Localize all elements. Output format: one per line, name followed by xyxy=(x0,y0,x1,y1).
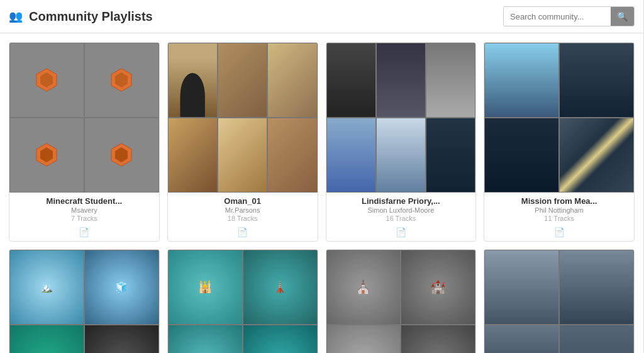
thumb-cell xyxy=(9,118,84,193)
card-author: Simon Luxford-Moore xyxy=(331,206,471,214)
thumb-cell xyxy=(559,118,634,193)
thumb-cell xyxy=(267,43,317,118)
thumb-cell xyxy=(559,325,634,353)
playlist-grid: Minecraft Student... Msavery 7 Tracks 📄 xyxy=(0,33,643,353)
thumb-cell xyxy=(84,43,159,118)
thumb-cell xyxy=(484,43,559,118)
thumb-gothic: 🕌 🗼 🕌 🏛️ xyxy=(168,250,318,353)
hex-icon xyxy=(35,142,58,167)
thumb-cell xyxy=(484,118,559,193)
thumb-cell xyxy=(84,118,159,193)
thumb-cell: 🎬 xyxy=(9,325,84,353)
thumb-year4: 🏔️ 🧊 🎬 🔭 xyxy=(9,250,159,353)
card-title: Lindisfarne Priory,... xyxy=(331,196,471,206)
card-title: Mission from Mea... xyxy=(489,196,629,206)
card-oman[interactable]: Oman_01 Mr.Parsons 18 Tracks 📄 xyxy=(167,42,318,242)
card-tracks: 7 Tracks xyxy=(14,215,154,222)
card-tracks: 16 Tracks xyxy=(331,215,471,222)
community-icon: 👥 xyxy=(9,9,23,23)
thumb-cell xyxy=(218,43,267,118)
search-button[interactable]: 🔍 xyxy=(611,7,634,26)
thumb-mission xyxy=(484,43,634,193)
card-year4[interactable]: 🏔️ 🧊 🎬 🔭 Year 4 Christmas xyxy=(9,249,160,353)
page-title: Community Playlists xyxy=(29,9,503,24)
card-title: Oman_01 xyxy=(173,196,313,206)
thumb-cell xyxy=(326,118,376,193)
card-author: Msavery xyxy=(14,206,154,214)
card-title: Minecraft Student... xyxy=(14,196,154,206)
thumb-cathedral: ⛪ 🏰 xyxy=(326,250,476,353)
card-info: Lindisfarne Priory,... Simon Luxford-Moo… xyxy=(326,193,476,225)
thumb-cell xyxy=(376,118,426,193)
thumb-cell xyxy=(218,118,267,193)
thumb-cell xyxy=(559,43,634,118)
thumb-cell: 🏛️ xyxy=(243,325,318,353)
thumb-cell xyxy=(168,118,218,193)
thumb-cell: 🏔️ xyxy=(9,250,84,325)
card-author: Mr.Parsons xyxy=(173,206,313,214)
thumb-cell xyxy=(168,43,218,118)
thumb-oman xyxy=(168,43,318,193)
thumb-cell xyxy=(559,250,634,325)
thumb-cell xyxy=(401,325,475,353)
thumb-cell xyxy=(376,43,426,118)
card-info: Minecraft Student... Msavery 7 Tracks xyxy=(9,193,159,225)
card-cathedral[interactable]: ⛪ 🏰 Cathedral of Notr... Lcichanski 2 Tr… xyxy=(326,249,477,353)
card-brooklands[interactable]: Brooklands Virtua... Andy Wicks 18 Track… xyxy=(484,249,635,353)
thumb-cell: 🔭 xyxy=(84,325,159,353)
thumb-cell xyxy=(326,43,376,118)
thumb-cell xyxy=(426,118,475,193)
thumb-cell xyxy=(484,325,559,353)
thumb-cell: 🏰 xyxy=(401,250,475,325)
hex-icon xyxy=(35,67,58,92)
thumb-cell xyxy=(267,118,317,193)
grid-scroll: Minecraft Student... Msavery 7 Tracks 📄 xyxy=(0,33,643,353)
card-mission[interactable]: Mission from Mea... Phil Nottingham 11 T… xyxy=(484,42,635,242)
hex-icon xyxy=(110,142,133,167)
thumb-cell xyxy=(484,250,559,325)
card-gothic[interactable]: 🕌 🗼 🕌 🏛️ Gothic Cathedrals .. xyxy=(167,249,318,353)
thumb-cell: 🕌 xyxy=(168,250,243,325)
header: 👥 Community Playlists 🔍 xyxy=(0,0,643,33)
thumb-cell: 🗼 xyxy=(243,250,318,325)
thumb-cell xyxy=(326,325,401,353)
main-content: 👥 Community Playlists 🔍 xyxy=(0,0,644,353)
card-info: Oman_01 Mr.Parsons 18 Tracks xyxy=(168,193,318,225)
card-doc-icon: 📄 xyxy=(484,225,634,241)
search-input[interactable] xyxy=(504,8,611,25)
thumb-cell: 🕌 xyxy=(168,325,243,353)
card-doc-icon: 📄 xyxy=(168,225,318,241)
card-minecraft[interactable]: Minecraft Student... Msavery 7 Tracks 📄 xyxy=(9,42,160,242)
thumb-cell: ⛪ xyxy=(326,250,401,325)
thumb-minecraft xyxy=(9,43,159,193)
thumb-cell: 🧊 xyxy=(84,250,159,325)
card-author: Phil Nottingham xyxy=(489,206,629,214)
card-doc-icon: 📄 xyxy=(326,225,476,241)
thumb-cell xyxy=(426,43,475,118)
card-tracks: 18 Tracks xyxy=(173,215,313,222)
card-lindisfarne[interactable]: Lindisfarne Priory,... Simon Luxford-Moo… xyxy=(326,42,477,242)
thumb-brooklands xyxy=(484,250,634,353)
card-info: Mission from Mea... Phil Nottingham 11 T… xyxy=(484,193,634,225)
card-doc-icon: 📄 xyxy=(9,225,159,241)
thumb-lindisfarne xyxy=(326,43,476,193)
content-panel: 👥 Community Playlists 🔍 xyxy=(0,0,644,353)
search-bar: 🔍 xyxy=(503,6,635,26)
thumb-cell xyxy=(9,43,84,118)
hex-icon xyxy=(110,67,133,92)
card-tracks: 11 Tracks xyxy=(489,215,629,222)
